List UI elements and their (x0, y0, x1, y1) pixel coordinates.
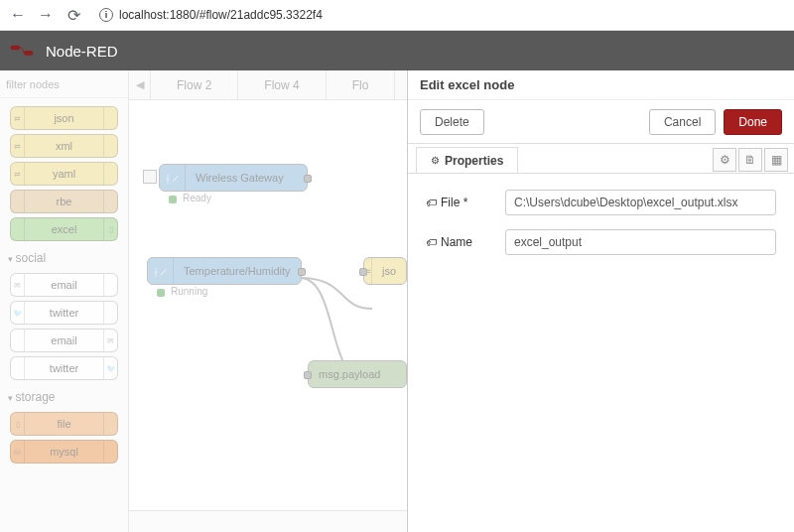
tab-flow-2[interactable]: Flow 2 (151, 70, 238, 99)
palette-category-storage[interactable]: storage (6, 384, 122, 408)
palette-node-twitter-out[interactable]: twitter🐦 (10, 356, 118, 380)
palette-node-email-out[interactable]: email✉ (10, 329, 118, 352)
done-button[interactable]: Done (724, 109, 782, 135)
status-dot (169, 196, 177, 203)
twitter-icon: 🐦 (13, 309, 23, 318)
edit-tabs: ⚙ Properties ⚙ 🗎 ▦ (408, 144, 794, 174)
mail-icon: ✉ (107, 336, 114, 345)
wireless-icon: ⟊⟋ (153, 266, 169, 277)
palette-node-json[interactable]: ⇄json (10, 106, 118, 130)
mail-icon: ✉ (14, 281, 21, 290)
swap-icon: ⇄ (14, 142, 21, 151)
palette-node-xml[interactable]: ⇄xml (10, 134, 118, 158)
palette-node-twitter-in[interactable]: 🐦twitter (10, 301, 118, 325)
tabs-scroll-left[interactable]: ◀ (129, 70, 151, 99)
selection-handle[interactable] (143, 170, 157, 184)
edit-tray: Edit excel node Delete Cancel Done ⚙ Pro… (407, 70, 794, 532)
tag-icon: 🏷 (426, 197, 437, 208)
url-text: localhost:1880/#flow/21addc95.3322f4 (119, 8, 323, 22)
file-input[interactable] (505, 190, 776, 215)
status-text: Running (171, 286, 207, 297)
file-label: 🏷File * (426, 196, 495, 209)
tab-flow-4[interactable]: Flow 4 (238, 70, 326, 99)
file-icon: ▯ (16, 420, 20, 429)
status-text: Ready (183, 193, 211, 203)
tag-icon: 🏷 (426, 236, 437, 248)
doc-icon: 🗎 (744, 153, 756, 167)
edit-actions: Delete Cancel Done (408, 100, 794, 144)
palette-node-file[interactable]: ▯file (10, 412, 118, 436)
tab-flow-partial[interactable]: Flo (327, 70, 396, 99)
twitter-icon: 🐦 (106, 364, 116, 373)
svg-rect-1 (24, 51, 33, 56)
file-icon: ▯ (109, 225, 113, 234)
node-settings-button[interactable]: ⚙ (713, 148, 736, 172)
node-temperature-humidity[interactable]: ⟊⟋ Temperature/Humidity (147, 257, 302, 285)
gear-icon: ⚙ (720, 153, 730, 167)
delete-button[interactable]: Delete (420, 109, 484, 135)
edit-form: 🏷File * 🏷Name (408, 174, 794, 285)
palette-node-mysql[interactable]: ⛁mysql (10, 440, 118, 464)
swap-icon: ⇄ (14, 170, 21, 179)
app-header: Node-RED (0, 31, 794, 70)
reload-button[interactable]: ⟳ (64, 5, 83, 25)
app-title: Node-RED (46, 43, 118, 60)
name-label: 🏷Name (426, 235, 495, 249)
swap-icon: ⇄ (14, 114, 21, 123)
palette-node-excel[interactable]: excel▯ (10, 217, 118, 241)
filter-nodes-input[interactable] (6, 74, 122, 94)
node-appearance-button[interactable]: ▦ (764, 148, 788, 172)
palette-node-rbe[interactable]: rbe (10, 190, 118, 213)
db-icon: ⛁ (14, 448, 21, 457)
back-button[interactable]: ← (8, 5, 28, 25)
status-dot (157, 289, 165, 297)
node-debug-msg-payload[interactable]: msg.payload (308, 360, 407, 388)
palette-search (0, 70, 128, 98)
tab-properties[interactable]: ⚙ Properties (416, 147, 518, 173)
browser-toolbar: ← → ⟳ i localhost:1880/#flow/21addc95.33… (0, 0, 794, 31)
edit-title: Edit excel node (408, 70, 794, 100)
name-input[interactable] (505, 229, 776, 255)
palette-node-email-in[interactable]: ✉email (10, 273, 118, 297)
node-wireless-gateway[interactable]: ⟊⟋ Wireless Gateway (159, 164, 308, 192)
nodered-logo-icon (10, 43, 38, 59)
svg-rect-0 (11, 46, 20, 51)
cancel-button[interactable]: Cancel (649, 109, 716, 135)
palette-category-social[interactable]: social (6, 245, 122, 269)
palette-sidebar: ⇄json ⇄xml ⇄yaml rbe excel▯ social ✉emai… (0, 70, 129, 532)
info-icon: i (99, 8, 113, 22)
wireless-icon: ⟊⟋ (165, 173, 181, 184)
palette-node-yaml[interactable]: ⇄yaml (10, 162, 118, 186)
node-json[interactable]: ⇄ jso (363, 257, 407, 285)
address-bar[interactable]: i localhost:1880/#flow/21addc95.3322f4 (91, 4, 786, 26)
appearance-icon: ▦ (771, 153, 782, 167)
gear-icon: ⚙ (431, 155, 440, 166)
forward-button[interactable]: → (36, 5, 56, 25)
node-description-button[interactable]: 🗎 (738, 148, 762, 172)
